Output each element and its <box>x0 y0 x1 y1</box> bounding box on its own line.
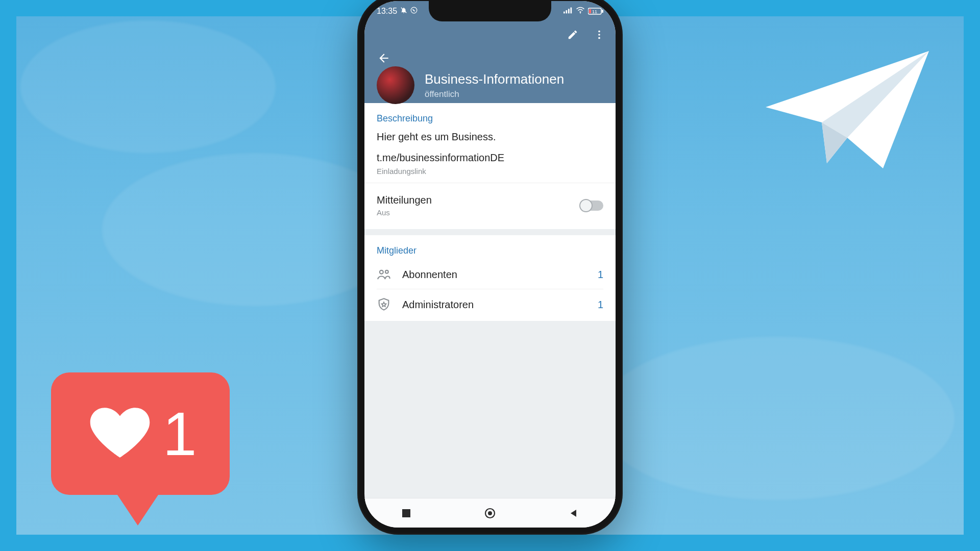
status-time: 13:35 <box>377 7 397 16</box>
admins-count: 1 <box>598 299 603 311</box>
app-header: Business-Informationen öffentlich <box>364 21 616 103</box>
svg-point-6 <box>580 12 581 13</box>
battery-icon: 11 <box>588 8 603 15</box>
admins-row[interactable]: Administratoren 1 <box>377 289 603 316</box>
signal-icon <box>564 7 573 16</box>
edit-button[interactable] <box>565 27 581 43</box>
heart-icon <box>84 399 156 468</box>
back-button[interactable] <box>374 48 394 68</box>
subscribers-label: Abonnenten <box>402 269 457 281</box>
svg-rect-4 <box>568 9 570 13</box>
svg-rect-9 <box>589 9 591 13</box>
members-section: Mitglieder Abonnenten 1 <box>364 235 616 321</box>
svg-text:11: 11 <box>592 9 597 14</box>
telegram-plane-icon <box>750 31 939 184</box>
phone-frame: 13:35 11 <box>357 0 623 535</box>
svg-rect-2 <box>564 12 565 14</box>
svg-rect-3 <box>566 10 568 13</box>
notifications-state: Aus <box>377 208 432 217</box>
channel-avatar[interactable] <box>377 66 414 104</box>
subscribers-icon <box>377 267 391 282</box>
description-section: Beschreibung Hier geht es um Business. t… <box>364 103 616 235</box>
notifications-row[interactable]: Mitteilungen Aus <box>377 190 603 221</box>
svg-point-11 <box>598 31 600 33</box>
invite-link[interactable]: t.me/businessinformationDE <box>377 152 603 164</box>
whatsapp-status-icon <box>410 7 418 16</box>
svg-rect-5 <box>571 8 572 14</box>
svg-rect-14 <box>402 509 410 517</box>
wifi-icon <box>576 7 585 16</box>
channel-title: Business-Informationen <box>425 71 564 87</box>
nav-back-button[interactable] <box>567 506 581 520</box>
like-count: 1 <box>163 403 197 464</box>
members-title: Mitglieder <box>377 245 603 256</box>
notifications-label: Mitteilungen <box>377 194 432 206</box>
invite-caption: Einladungslink <box>377 167 603 176</box>
subscribers-row[interactable]: Abonnenten 1 <box>377 263 603 286</box>
admins-label: Administratoren <box>402 299 474 311</box>
svg-point-13 <box>598 37 600 39</box>
subscribers-count: 1 <box>598 269 603 281</box>
android-navbar <box>364 498 616 528</box>
nav-recent-button[interactable] <box>399 506 413 520</box>
svg-point-16 <box>488 511 492 515</box>
description-title: Beschreibung <box>377 113 603 124</box>
nav-home-button[interactable] <box>483 506 497 520</box>
admins-icon <box>377 297 391 312</box>
description-text: Hier geht es um Business. <box>377 131 603 143</box>
notifications-toggle[interactable] <box>581 201 603 211</box>
more-button[interactable] <box>591 27 607 43</box>
svg-rect-8 <box>602 10 603 13</box>
notification-muted-icon <box>400 7 407 16</box>
channel-visibility: öffentlich <box>425 89 564 99</box>
svg-point-12 <box>598 34 600 36</box>
like-bubble: 1 <box>51 372 230 525</box>
